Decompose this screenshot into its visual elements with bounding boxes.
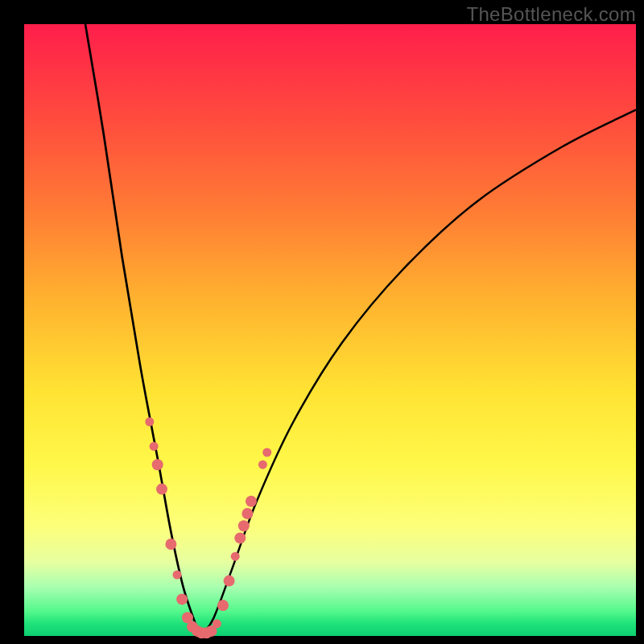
data-dot — [262, 448, 271, 457]
data-dot — [231, 552, 240, 561]
data-dot — [145, 418, 154, 427]
bottleneck-curve — [24, 24, 636, 636]
watermark-text: TheBottleneck.com — [466, 3, 636, 26]
data-dot — [217, 600, 229, 611]
data-dot — [165, 539, 176, 550]
data-dot — [246, 496, 257, 507]
curve-line-right — [201, 109, 636, 636]
data-dot — [258, 460, 267, 469]
data-dot — [238, 520, 250, 531]
data-dot — [152, 459, 163, 470]
data-dot — [224, 576, 235, 587]
data-dot — [150, 442, 159, 451]
data-dot — [173, 571, 182, 580]
plot-area — [24, 24, 636, 636]
chart-frame: TheBottleneck.com — [0, 0, 644, 644]
data-dot — [176, 593, 188, 605]
data-dot — [234, 532, 246, 543]
data-dot — [213, 619, 221, 628]
data-dot — [242, 508, 253, 519]
data-dots — [145, 418, 271, 639]
curve-line — [85, 24, 201, 636]
data-dot — [156, 484, 167, 495]
